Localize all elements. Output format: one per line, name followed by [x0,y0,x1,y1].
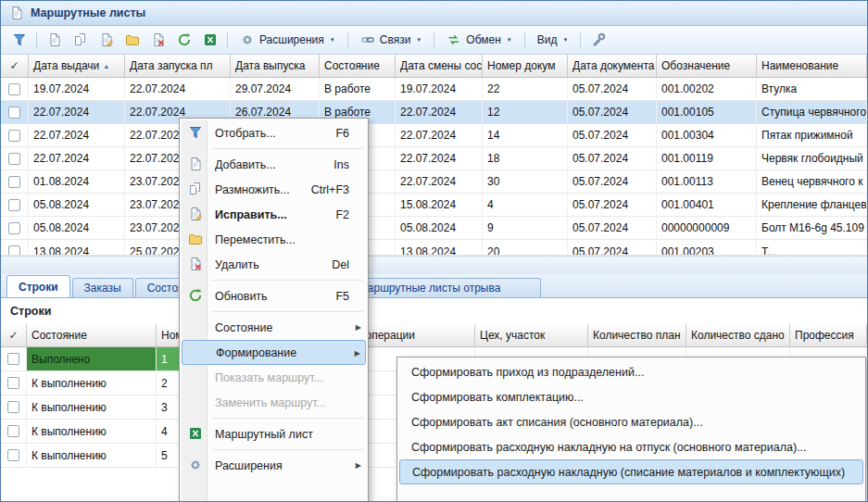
row-checkbox[interactable] [8,176,20,188]
menu-shortcut: Ins [324,158,349,171]
row-checkbox[interactable] [7,449,19,461]
column-header[interactable]: Профессия [790,324,867,346]
route-sheets-window: Маршрутные листы Расширения▼Связи▼Обмен▼… [0,0,868,502]
row-checkbox[interactable] [8,107,20,119]
row-checkbox[interactable] [8,245,20,256]
menu-item[interactable]: Сформировать приход из подразделений... [399,359,863,384]
tab-zakazy[interactable]: Заказы [72,278,133,297]
column-header[interactable]: Номер докум [483,55,568,77]
cell: 18 [483,147,568,169]
cell: 01.08.2024 [29,170,125,193]
menu-item[interactable]: ОбновитьF5 [182,283,366,308]
cell: 001.00203 [657,240,757,256]
column-header[interactable]: Обозначение [657,55,757,77]
tab-marshrutnye-listy-otryva[interactable]: Маршрутные листы отрыва [346,278,541,297]
tab-stroki[interactable]: Строки [6,275,70,297]
links-dropdown[interactable]: Связи▼ [354,30,429,51]
menu-item[interactable]: Состояние▶ [182,315,366,340]
row-checkbox[interactable] [7,353,19,365]
menu-item[interactable]: Добавить...Ins [182,152,366,177]
cell: 22.07.2024 [396,124,483,146]
column-header[interactable]: Дата выдачи▲ [29,55,125,77]
table-row[interactable]: 13.08.202425.07.202413.08.20242005.07.20… [1,240,867,256]
menu-item[interactable]: Отобрать...F6 [182,120,366,145]
table-row[interactable]: 05.08.202423.07.202405.08.2024905.07.202… [1,217,867,240]
column-header[interactable]: Цех, участок [475,324,588,346]
column-header[interactable]: Дата документа [568,55,657,77]
row-checkbox[interactable] [8,83,20,95]
column-header[interactable]: Дата запуска пл [125,55,231,77]
checkbox-cell [1,101,29,123]
table-row[interactable]: 22.07.202422.07.202426.07.2024В работе22… [1,101,867,124]
column-header[interactable]: Количество план [588,324,686,346]
filter-icon [12,32,27,47]
cell: 14 [483,124,568,146]
menu-item[interactable]: Маршрутный лист [182,421,366,446]
column-header[interactable]: Состояние [320,55,396,77]
checkbox-cell [1,194,29,216]
menu-item[interactable]: Сформировать акт списания (основного мат… [399,409,863,434]
check-column-header: ✓ [1,324,27,346]
gear-icon [240,32,255,47]
edit-button[interactable] [94,30,118,51]
menu-item[interactable]: Исправить...F2 [182,202,366,227]
column-header-label: Дата документа [572,59,654,72]
refresh-button[interactable] [172,30,195,51]
menu-item[interactable]: Размножить...Ctrl+F3 [182,177,366,202]
filter-button[interactable] [7,30,31,51]
cell: Пятак прижимной [757,124,867,146]
row-checkbox[interactable] [7,377,19,389]
row-checkbox[interactable] [8,130,20,142]
row-checkbox[interactable] [8,153,20,165]
row-checkbox[interactable] [7,425,19,437]
column-header[interactable]: Наименование [757,55,867,77]
menu-item[interactable]: УдалитьDel [182,252,366,277]
doc-delete-icon [151,32,166,47]
menu-item[interactable]: Расширения▶ [182,453,366,478]
toolbar-separator [524,31,525,48]
menu-shortcut: F5 [326,290,349,303]
table-row[interactable]: 19.07.202422.07.202429.07.2024В работе19… [1,78,867,101]
table-row[interactable]: 05.08.202423.07.202415.08.2024405.07.202… [1,194,867,217]
column-header[interactable]: Количество сдано [686,324,790,346]
column-header[interactable]: Дата смены сос [396,55,483,77]
move-button[interactable] [120,30,144,51]
dropdown-label: Вид [537,33,558,46]
check-column-header: ✓ [1,55,29,77]
checkbox-cell [1,444,27,467]
menu-item[interactable]: Сформировать расходную накладную (списан… [399,459,863,484]
row-checkbox[interactable] [7,401,19,413]
copy-button[interactable] [69,30,92,51]
pane-splitter[interactable] [1,256,867,274]
cell: Ступица червячного [757,101,867,123]
cell: 05.07.2024 [568,217,657,239]
menu-item-label: Состояние [215,321,272,334]
menu-item[interactable]: Сформировать расходную накладную на отпу… [399,434,863,459]
excel-button[interactable] [198,30,221,51]
table-row[interactable]: 01.08.202423.07.202422.07.20243005.07.20… [1,170,867,194]
tabstrip: СтрокиЗаказыСостоянияМаршрутные листы от… [1,274,867,298]
cell: Болт М16-6g 45.109 [757,217,867,239]
cell: 00000000009 [657,217,757,239]
doc-icon [47,32,62,47]
exchange-dropdown[interactable]: Обмен▼ [440,30,518,51]
delete-button[interactable] [146,30,170,51]
cell: 30 [483,170,568,193]
row-checkbox[interactable] [8,199,20,211]
cell: 22.07.2024 [125,78,231,100]
view-dropdown[interactable]: Вид▼ [531,30,575,51]
column-header[interactable]: Дата выпуска [231,55,320,77]
row-checkbox[interactable] [8,222,20,234]
check-icon: ✓ [9,59,19,72]
menu-item[interactable]: Сформировать комплектацию... [399,384,863,409]
cell: 001.00304 [657,124,757,146]
table-row[interactable]: 22.07.202422.07.202422.07.20241805.07.20… [1,147,867,170]
table-row[interactable]: 22.07.202422.07.202422.07.20241405.07.20… [1,124,867,147]
route-sheets-table: ✓Дата выдачи▲Дата запуска плДата выпуска… [1,55,867,256]
column-header[interactable]: Состояние [27,324,157,346]
service-settings-button[interactable] [586,30,610,51]
menu-item[interactable]: Переместить... [182,227,366,252]
add-button[interactable] [43,30,66,51]
menu-item[interactable]: Формирование▶ [182,340,366,365]
extensions-dropdown[interactable]: Расширения▼ [233,30,342,51]
